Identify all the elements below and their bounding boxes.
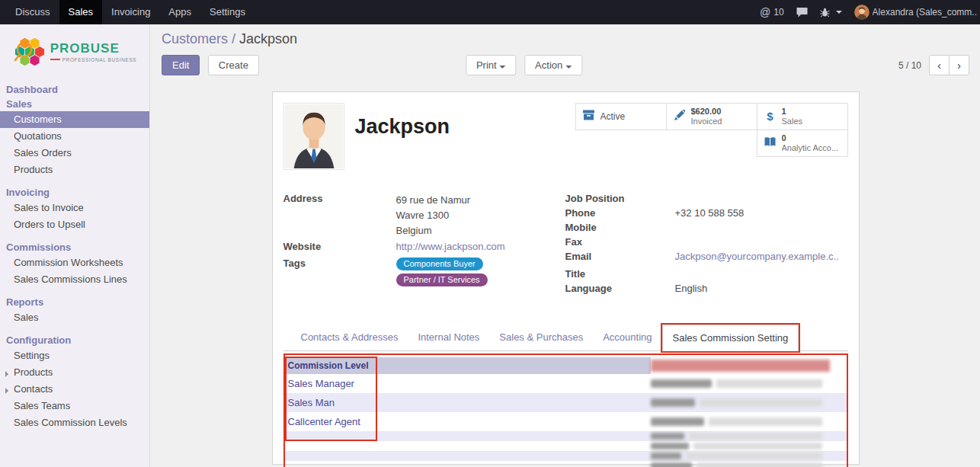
annotation-table-highlight: Commission Level Sales Manager Sales Man…	[283, 353, 848, 467]
sidebar-item-sales-commissions-lines[interactable]: Sales Commissions Lines	[0, 271, 149, 288]
sidebar-section-reports[interactable]: Reports	[0, 295, 149, 309]
stat-buttons: Active $620.00 Invoiced $ 1 Sales	[575, 103, 848, 156]
menu-discuss[interactable]: Discuss	[6, 0, 59, 24]
menu-settings[interactable]: Settings	[200, 0, 255, 24]
active-stat-button[interactable]: Active	[575, 103, 667, 130]
redacted-cell	[651, 431, 830, 441]
logo-hexagons-icon	[13, 35, 46, 69]
sidebar-item-config-products[interactable]: Products	[0, 364, 149, 381]
print-dropdown-button[interactable]: Print	[466, 55, 517, 75]
language-value: English	[675, 283, 708, 296]
email-link[interactable]: Jackpson@yourcompany.example.c..	[675, 251, 839, 264]
redacted-cell	[651, 393, 830, 412]
sidebar-section-configuration[interactable]: Configuration	[0, 333, 149, 347]
commission-level-cell[interactable]: Sales Man	[285, 393, 651, 412]
redacted-content	[651, 433, 684, 440]
tab-internal-notes[interactable]: Internal Notes	[408, 325, 489, 350]
tag-partner-it-services: Partner / IT Services	[396, 273, 488, 286]
sidebar-item-commission-worksheets[interactable]: Commission Worksheets	[0, 254, 149, 271]
edit-button[interactable]: Edit	[162, 55, 200, 75]
create-button[interactable]: Create	[208, 55, 259, 75]
redacted-content	[651, 453, 681, 459]
customer-photo	[283, 103, 344, 170]
website-label: Website	[283, 241, 396, 254]
redacted-cell	[651, 374, 830, 393]
redacted-content	[700, 398, 822, 407]
debug-menu-button[interactable]	[820, 8, 842, 18]
logo-subtitle: PROFESSIONAL BUSINESS	[50, 57, 137, 62]
mentions-icon: @	[760, 6, 770, 18]
redacted-cell	[651, 451, 830, 461]
sidebar-item-reports-sales[interactable]: Sales	[0, 309, 149, 326]
user-menu-button[interactable]: Alexandra (Sales_comm..	[854, 5, 977, 20]
tab-accounting[interactable]: Accounting	[593, 325, 661, 350]
job-position-label: Job Position	[565, 193, 675, 206]
menu-apps[interactable]: Apps	[159, 0, 200, 24]
sidebar-item-config-contacts[interactable]: Contacts	[0, 381, 149, 398]
breadcrumb-customers-link[interactable]: Customers	[162, 31, 228, 46]
redacted-cell	[651, 441, 830, 451]
pager-next-button[interactable]: ›	[949, 55, 969, 75]
empty-table-row	[285, 461, 847, 467]
sidebar-item-customers[interactable]: Customers	[0, 111, 149, 128]
pager-previous-button[interactable]: ‹	[929, 55, 950, 75]
user-name: Alexandra (Sales_comm..	[873, 7, 977, 18]
caret-down-icon	[500, 66, 506, 69]
sidebar-item-orders-to-upsell[interactable]: Orders to Upsell	[0, 216, 149, 233]
title-label: Title	[565, 268, 675, 281]
sidebar-item-sales-orders[interactable]: Sales Orders	[0, 145, 149, 162]
sales-stat-button[interactable]: $ 1 Sales	[757, 103, 848, 130]
table-header-row: Commission Level	[285, 357, 847, 374]
expand-chevron-icon[interactable]	[5, 371, 8, 377]
table-row-callcenter-agent[interactable]: Callcenter Agent	[285, 412, 847, 431]
sidebar-item-sales-commission-levels[interactable]: Sales Commission Levels	[0, 414, 149, 431]
mobile-label: Mobile	[565, 222, 675, 235]
tab-contacts-addresses[interactable]: Contacts & Addresses	[291, 325, 408, 350]
sidebar-item-sales-to-invoice[interactable]: Sales to Invoice	[0, 200, 149, 216]
topbar-right: @ 10 Alexandra (Sales_comm..	[760, 0, 980, 24]
fax-label: Fax	[565, 236, 675, 249]
sidebar-section-invoicing[interactable]: Invoicing	[0, 185, 149, 200]
topbar-menus: Discuss Sales Invoicing Apps Settings	[0, 0, 255, 24]
sidebar-item-settings[interactable]: Settings	[0, 347, 149, 364]
customer-name: Jackpson	[355, 115, 450, 139]
expand-chevron-icon[interactable]	[5, 388, 8, 394]
topbar: Discuss Sales Invoicing Apps Settings @ …	[0, 0, 980, 24]
notebook-tabs: Contacts & Addresses Internal Notes Sale…	[283, 325, 848, 351]
redacted-content	[651, 417, 704, 426]
sidebar-item-products[interactable]: Products	[0, 162, 149, 178]
invoiced-stat-button[interactable]: $620.00 Invoiced	[666, 103, 757, 130]
website-link[interactable]: http://www.jackpson.com	[396, 241, 505, 254]
commission-level-cell[interactable]: Callcenter Agent	[285, 412, 651, 431]
action-dropdown-button[interactable]: Action	[524, 55, 582, 75]
phone-label: Phone	[565, 207, 675, 220]
menu-invoicing[interactable]: Invoicing	[102, 0, 159, 24]
sidebar-item-sales-teams[interactable]: Sales Teams	[0, 398, 149, 414]
analytic-accounts-stat-button[interactable]: 0 Analytic Acco...	[757, 130, 848, 157]
tab-sales-commission-setting[interactable]: Sales Commission Setting	[662, 325, 799, 351]
table-row-sales-manager[interactable]: Sales Manager	[285, 374, 847, 393]
tags-label: Tags	[283, 257, 396, 286]
redacted-content	[651, 462, 692, 467]
sidebar-item-quotations[interactable]: Quotations	[0, 128, 149, 145]
field-groups: Address 69 rue de Namur Wavre 1300 Belgi…	[283, 193, 848, 297]
sidebar-section-commissions[interactable]: Commissions	[0, 240, 149, 254]
sidebar-item-sales[interactable]: Sales	[0, 97, 149, 111]
messages-button[interactable]	[796, 7, 808, 18]
commission-level-cell[interactable]: Sales Manager	[285, 374, 651, 393]
app-logo[interactable]: PROBUSE PROFESSIONAL BUSINESS	[0, 24, 149, 78]
empty-table-row	[285, 451, 847, 461]
column-header-commission-level[interactable]: Commission Level	[285, 357, 651, 374]
sidebar-nav: Dashboard Sales Customers Quotations Sal…	[0, 78, 149, 431]
menu-sales[interactable]: Sales	[59, 0, 103, 24]
control-panel: Edit Create Print Action 5 / 10 ‹ ›	[151, 50, 980, 82]
mentions-button[interactable]: @ 10	[760, 6, 784, 18]
chat-bubble-icon	[796, 7, 808, 18]
email-label: Email	[565, 251, 675, 264]
tab-sales-purchases[interactable]: Sales & Purchases	[489, 325, 593, 350]
redacted-content	[651, 398, 695, 407]
sidebar-item-dashboard[interactable]: Dashboard	[0, 82, 149, 97]
pager: 5 / 10 ‹ ›	[898, 55, 969, 75]
ledger-icon	[763, 136, 778, 150]
table-row-sales-man[interactable]: Sales Man	[285, 393, 847, 412]
